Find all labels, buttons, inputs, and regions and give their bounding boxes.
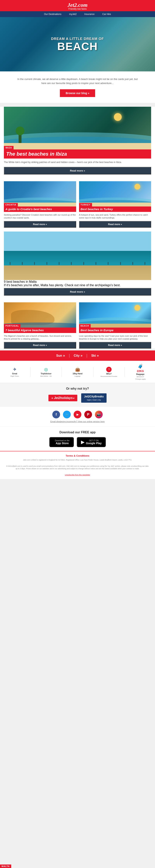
croatia-read-more-button[interactable]: Read more » <box>4 221 76 228</box>
feature-trip-sub: Best Airline - OK <box>40 375 52 377</box>
site-header: Jet2.com Friendly low fares Our Destinat… <box>0 0 155 17</box>
appstore-main: App Store <box>55 442 70 445</box>
turkey-location-badge: TURKEY <box>79 203 92 207</box>
turkey-article-title: Best beaches in Turkey <box>79 207 151 212</box>
tripadvisor-icon: ◎ <box>44 367 48 372</box>
twitter-icon[interactable]: 🐦 <box>63 411 71 418</box>
europe-description: Love spending days by the sea? Cast your… <box>79 333 151 342</box>
tags-bar: Sun » | City » | Ski » <box>0 350 155 361</box>
feature-baggage-title: Baggage <box>136 373 144 375</box>
intro-section: In the current climate, we all deserve a… <box>0 71 155 103</box>
feature-divider-3 <box>93 367 93 377</box>
why-not-section: Or why not try? ✈ Jet2holidays☀ Jet2City… <box>0 383 155 407</box>
malta-description: If it's beaches you're after, Malta has … <box>4 283 151 287</box>
feature-who-title: Who? <box>106 373 112 375</box>
googleplay-button[interactable]: ▶ GET IT ON Google Play <box>77 437 106 447</box>
jet2citybreaks-logo[interactable]: Jet2CityBreaksNight | Hotel | City <box>81 393 107 403</box>
turkey-description: A hotspot of sun, sea and sand, Turkey o… <box>79 212 151 221</box>
social-icons: f 🐦 ▶ P 📷 <box>4 411 151 418</box>
croatia-location-badge: CROATIA <box>4 203 18 207</box>
feature-flight-sub: Flight Times <box>10 375 19 377</box>
tag-ski[interactable]: Ski » <box>87 353 103 358</box>
browse-blog-button[interactable]: Browse our blog » <box>60 89 95 97</box>
feature-tripadvisor: ◎ TripAdvisor Best Airline - OK <box>33 367 59 377</box>
intro-text: In the current climate, we all deserve a… <box>15 77 140 85</box>
feature-baggage: 🧳 22KG Baggage Allowance* *Charges apply <box>128 364 153 380</box>
portugal-read-more-button[interactable]: Read more » <box>4 342 76 348</box>
who-icon: ? <box>106 367 112 372</box>
suitcase-icon: 🧳 <box>138 364 143 369</box>
footer-text-1: Jet2.com Limited is registered in Englan… <box>6 459 149 461</box>
why-not-logos: ✈ Jet2holidays☀ Jet2CityBreaksNight | Ho… <box>4 393 151 403</box>
europe-read-more-button[interactable]: Read more » <box>79 342 151 348</box>
feature-baggage-sub: Allowance* <box>137 376 144 378</box>
article-portugal: PORTUGAL 7 beautiful Algarve beaches The… <box>4 302 76 349</box>
article-croatia: CROATIA A guide to Croatia's best beache… <box>4 181 76 228</box>
google-play-icon: ▶ <box>81 439 84 445</box>
ibiza-image: IBIZA <box>4 107 151 149</box>
ibiza-read-more-button[interactable]: Read more » <box>4 167 151 175</box>
feature-baggage-highlight: 22KG <box>137 370 144 373</box>
malta-article-title: 9 best beaches in Malta <box>4 280 151 283</box>
sun-arrow: » <box>63 353 65 358</box>
appstore-sub: Download on the <box>55 439 70 442</box>
ibiza-location-badge: IBIZA <box>4 146 13 149</box>
appstore-button[interactable]: Download on the App Store <box>49 437 74 447</box>
tag-city[interactable]: City » <box>70 353 86 358</box>
city-arrow: » <box>81 353 82 358</box>
facebook-icon[interactable]: f <box>52 411 60 418</box>
jet2holidays-logo[interactable]: ✈ Jet2holidays☀ <box>48 395 77 401</box>
features-bar: ✈ Great Flight Times ◎ TripAdvisor Best … <box>0 361 155 383</box>
malta-image: MALTA <box>4 231 151 280</box>
hero-section: DREAM A LITTLE DREAM OF BEACH <box>0 17 155 71</box>
nav-myjet2[interactable]: myJet2 <box>69 13 77 16</box>
nav-car-hire[interactable]: Car Hire <box>102 13 111 16</box>
footer-text-2: E-MAIL@jet2.com is used to send you emai… <box>6 465 149 470</box>
googleplay-main: Google Play <box>86 442 102 445</box>
feature-divider-2 <box>62 367 62 377</box>
croatia-turkey-row: CROATIA A guide to Croatia's best beache… <box>4 181 151 228</box>
croatia-description: Seeking paradise? Discover Croatia's bes… <box>4 212 76 221</box>
site-logo: Jet2.com <box>0 2 155 8</box>
feature-trip-title: TripAdvisor <box>41 373 51 375</box>
footer-unsubscribe[interactable]: Unsubscribe from this newsletter <box>6 474 149 476</box>
plane-icon: ✈ <box>13 367 16 372</box>
portugal-location-badge: PORTUGAL <box>4 324 21 328</box>
tag-divider-2: | <box>86 353 87 358</box>
feature-luggage-sub: Luggage <box>74 375 80 377</box>
nav-insurance[interactable]: Insurance <box>84 13 94 16</box>
feature-who-sub: Recommended Provider <box>101 375 117 377</box>
googleplay-sub: GET IT ON <box>86 439 102 442</box>
malta-read-more-button[interactable]: Read more » <box>4 288 151 296</box>
site-tagline: Friendly low fares <box>0 7 155 10</box>
turkey-read-more-button[interactable]: Read more » <box>79 221 151 228</box>
feature-flight: ✈ Great Flight Times <box>2 367 27 377</box>
site-footer: Terms & Conditions Jet2.com Limited is r… <box>0 451 155 479</box>
article-malta: MALTA 9 best beaches in Malta If it's be… <box>4 231 151 299</box>
article-europe: BEACH Best beaches in Europe Love spendi… <box>79 302 151 349</box>
croatia-article-title: A guide to Croatia's best beaches <box>4 207 76 212</box>
portugal-europe-row: PORTUGAL 7 beautiful Algarve beaches The… <box>4 302 151 349</box>
croatia-image: CROATIA <box>4 181 76 207</box>
pinterest-icon[interactable]: P <box>84 411 92 418</box>
portugal-description: The Algarve's beaches are a bunch of bea… <box>4 333 76 342</box>
email-display-text[interactable]: Email displaying incorrectly? View our o… <box>4 420 151 423</box>
feature-luggage: 👜 10kg Hand Luggage <box>65 367 90 377</box>
turkey-image: TURKEY <box>79 181 151 207</box>
youtube-icon[interactable]: ▶ <box>74 411 81 418</box>
ibiza-description: The White Isle's ringed by striking patc… <box>4 159 151 166</box>
footer-heading: Terms & Conditions <box>6 454 149 457</box>
nav-destinations[interactable]: Our Destinations <box>44 13 61 16</box>
ibiza-article-title: The best beaches in Ibiza <box>4 149 151 159</box>
ski-arrow: » <box>97 353 99 358</box>
instagram-icon[interactable]: 📷 <box>95 411 103 418</box>
tag-divider-1: | <box>69 353 70 358</box>
app-section: Download our FREE app Download on the Ap… <box>0 427 155 451</box>
article-turkey: TURKEY Best beaches in Turkey A hotspot … <box>79 181 151 228</box>
social-section: f 🐦 ▶ P 📷 Email displaying incorrectly? … <box>0 407 155 427</box>
tag-sun[interactable]: Sun » <box>52 353 69 358</box>
bag-icon: 👜 <box>75 367 80 372</box>
why-not-heading: Or why not try? <box>4 387 151 391</box>
portugal-article-title: 7 beautiful Algarve beaches <box>4 328 76 333</box>
europe-article-title: Best beaches in Europe <box>79 328 151 333</box>
